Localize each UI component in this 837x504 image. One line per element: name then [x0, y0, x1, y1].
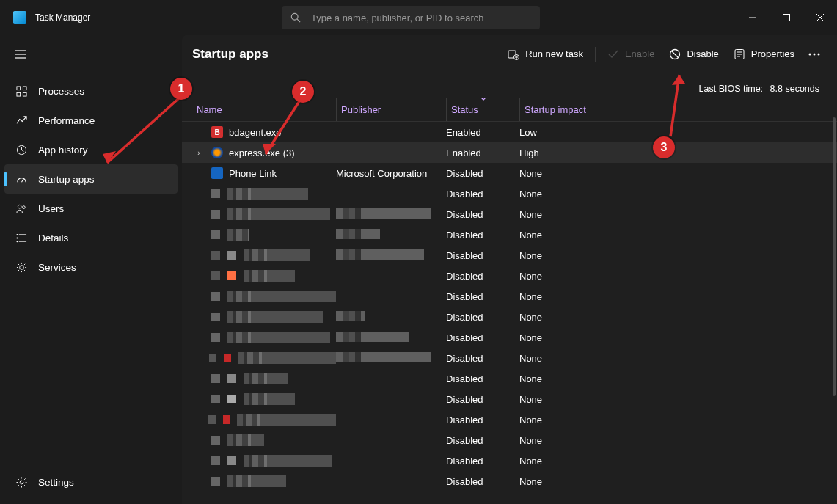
disable-icon — [669, 48, 681, 60]
cell-status: Disabled — [446, 435, 519, 446]
table-row[interactable]: DisabledNone — [182, 286, 837, 307]
svg-point-23 — [20, 265, 24, 269]
sidebar-item-label: Performance — [38, 115, 95, 126]
svg-line-38 — [107, 97, 180, 163]
check-icon — [607, 48, 619, 60]
table-row[interactable]: DisabledNone — [182, 327, 837, 348]
settings-icon — [16, 477, 38, 488]
cell-name — [192, 434, 336, 446]
list-icon — [16, 233, 38, 244]
properties-icon — [734, 48, 745, 60]
app-icon — [211, 313, 220, 321]
table-row[interactable]: DisabledNone — [182, 409, 837, 430]
table-row[interactable]: Phone LinkMicrosoft CorporationDisabledN… — [182, 163, 837, 183]
app-title: Task Manager — [35, 12, 90, 23]
cell-publisher — [336, 208, 446, 221]
redacted-name — [244, 373, 288, 384]
cell-name — [192, 373, 336, 384]
minimize-button[interactable] — [736, 6, 770, 29]
search-input[interactable]: Type a name, publisher, or PID to search — [282, 6, 540, 29]
disable-button[interactable]: Disable — [662, 42, 725, 67]
cell-status: Disabled — [446, 456, 519, 467]
table-row[interactable]: DisabledNone — [182, 368, 837, 389]
expand-chevron[interactable]: › — [192, 149, 205, 157]
redacted-name — [227, 332, 330, 343]
cell-impact: None — [519, 189, 607, 200]
cell-impact: None — [519, 476, 607, 487]
svg-marker-43 — [672, 75, 685, 85]
table-row[interactable]: DisabledNone — [182, 224, 837, 245]
svg-rect-10 — [23, 86, 26, 90]
table-row[interactable]: DisabledNone — [182, 450, 837, 471]
table-row[interactable]: DisabledNone — [182, 183, 837, 204]
app-name: Phone Link — [229, 168, 277, 179]
cell-status: Disabled — [446, 394, 519, 405]
sidebar-item-services[interactable]: Services — [4, 252, 178, 282]
table-row[interactable]: DisabledNone — [182, 430, 837, 450]
app-icon — [227, 456, 236, 465]
hamburger-icon — [15, 50, 26, 59]
hamburger-button[interactable] — [6, 41, 35, 67]
app-icon — [211, 395, 220, 403]
cell-status: Disabled — [446, 353, 519, 364]
app-icon — [208, 415, 216, 424]
cell-impact: None — [519, 373, 607, 384]
cell-publisher: Microsoft Corporation — [336, 168, 446, 179]
table-row[interactable]: DisabledNone — [182, 245, 837, 266]
column-status[interactable]: Status — [446, 98, 519, 121]
cell-status: Disabled — [446, 291, 519, 302]
grid-icon — [16, 86, 38, 97]
app-icon — [211, 292, 220, 301]
page-title: Startup apps — [192, 47, 268, 62]
gauge-icon — [16, 174, 38, 185]
app-icon — [211, 271, 220, 280]
sidebar-item-users[interactable]: Users — [4, 194, 178, 223]
table-row[interactable]: DisabledNone — [182, 389, 837, 409]
cell-impact: None — [519, 353, 607, 364]
cell-status: Disabled — [446, 189, 519, 200]
cell-impact: None — [519, 230, 607, 241]
app-icon — [211, 436, 220, 445]
svg-rect-12 — [23, 92, 26, 96]
sidebar-item-details[interactable]: Details — [4, 223, 178, 252]
svg-line-5 — [297, 19, 300, 22]
maximize-button[interactable] — [770, 6, 803, 29]
svg-marker-41 — [263, 144, 276, 154]
app-icon — [211, 333, 220, 342]
column-impact[interactable]: Startup impact — [519, 98, 607, 121]
redacted-name — [227, 291, 336, 302]
more-button[interactable] — [802, 42, 827, 67]
close-button[interactable] — [803, 6, 837, 29]
properties-button[interactable]: Properties — [726, 42, 802, 67]
history-icon — [16, 145, 38, 156]
cell-status: Enabled — [446, 127, 519, 138]
redacted-name — [244, 249, 310, 261]
cell-status: Disabled — [446, 373, 519, 384]
column-publisher[interactable]: Publisher — [336, 98, 446, 121]
cell-name — [192, 475, 336, 487]
table-row[interactable]: DisabledNone — [182, 204, 837, 224]
app-icon: B — [211, 126, 223, 138]
sidebar-item-settings[interactable]: Settings — [4, 467, 178, 497]
cell-name — [192, 332, 336, 343]
redacted-name — [244, 270, 295, 282]
app-icon — [211, 230, 220, 239]
table-row[interactable]: DisabledNone — [182, 471, 837, 492]
run-new-task-button[interactable]: Run new task — [500, 42, 591, 67]
cell-impact: None — [519, 250, 607, 261]
sidebar-item-label: Processes — [38, 86, 84, 97]
table-row[interactable]: DisabledNone — [182, 266, 837, 286]
app-icon — [211, 477, 220, 486]
separator — [595, 47, 596, 62]
cell-status: Disabled — [446, 332, 519, 343]
cell-name — [192, 188, 336, 200]
bios-time: Last BIOS time: 8.8 seconds — [182, 73, 837, 98]
table-row[interactable]: DisabledNone — [182, 348, 837, 368]
app-icon — [209, 354, 216, 362]
table-row[interactable]: DisabledNone — [182, 307, 837, 327]
redacted-name — [227, 311, 323, 323]
svg-line-30 — [672, 51, 679, 57]
cell-impact: None — [519, 414, 607, 426]
cell-status: Disabled — [446, 476, 519, 487]
scrollbar[interactable] — [833, 117, 836, 396]
